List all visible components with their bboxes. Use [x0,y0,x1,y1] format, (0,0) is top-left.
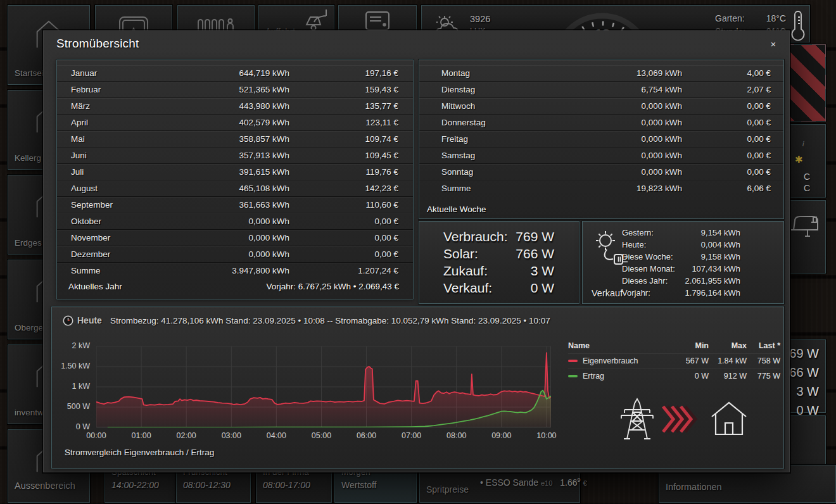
fuel-currency: € [583,479,586,487]
live-power-row: Solar:766 W [443,245,554,262]
temp1-value: 18°C [766,13,786,23]
sidebar-item-label: inventw [15,408,44,417]
sell-value: 1.796,164 kWh [685,287,740,299]
table-row: Juli391,615 kWh119,76 € [57,164,413,180]
tab-heute[interactable]: Heute [77,315,102,325]
row-kwh-value: 0,000 kWh [185,213,289,229]
row-kwh-value: 0,000 kWh [568,131,682,147]
flow-chevrons-icon [661,405,699,433]
chart-caption: Stromvergleich Eigenverbrauch / Ertrag [65,448,214,457]
at-work-time: 08:00-17:00 [263,480,310,490]
row-eur-value: 142,23 € [289,180,413,196]
sell-icon-label: Verkauf [592,288,623,298]
legend-row[interactable]: Eigenverbrauch567 W1.84 kW758 W [568,353,780,369]
table-row: Mai358,857 kWh109,74 € [57,131,413,148]
monthly-footer: Aktuelles Jahr Vorjahr: 6.767,25 kWh • 2… [68,282,399,291]
live-power-row: Zukauf:3 W [443,262,554,279]
table-row: September361,663 kWh110,60 € [57,197,413,213]
sidebar-item-label: Kellerg [15,153,41,163]
row-eur-value: 197,16 € [289,65,413,81]
sell-value: 9,154 kWh [701,227,740,239]
stromuebersicht-dialog: Stromübersicht × Januar644,719 kWh197,16… [43,30,790,472]
row-label: Sonntag [419,164,568,180]
table-row: Februar521,365 kWh159,43 € [57,82,413,98]
informationen-label: Informationen [666,482,722,492]
table-row: Sonntag0,000 kWh0,00 € [419,164,783,180]
sidebar-item-label: Startsei [15,68,44,78]
clock-small-icon [63,315,73,326]
x-tick-label: 09:00 [484,431,519,440]
close-icon[interactable]: × [765,37,782,51]
row-label: Juni [57,148,185,163]
row-eur-value: 2,07 € [682,82,783,98]
row-label: Summe [419,180,568,196]
row-kwh-value: 0,000 kWh [568,115,682,130]
sell-stat-row: Vorjahr:1.796,164 kWh [622,287,740,299]
sell-value: 9,158 kWh [701,251,740,263]
live-power-row: Verkauf:0 W [443,279,554,296]
sidebar-item-label: Oberge [15,323,43,332]
power-timeseries-plot[interactable] [96,346,551,427]
x-tick-label: 06:00 [349,431,384,440]
legend-header-name: Name [568,339,677,353]
sell-stat-row: Dieses Jahr:2.061,955 kWh [622,275,740,287]
sell-stat-row: Diesen Monat:107,434 kWh [622,263,740,275]
legend-color-swatch [568,360,578,362]
row-kwh-value: 521,365 kWh [185,82,289,98]
legend-max: 1.84 kW [709,354,747,369]
table-row: November0,000 kWh0,00 € [57,230,413,246]
shift-late-time: 14:00-22:00 [111,480,159,490]
fuel-bullet: • [480,477,483,488]
thermometer-icon [788,9,807,42]
row-eur-value: 0,00 € [289,246,413,262]
sell-value: 107,434 kWh [692,263,740,275]
chart-meter-readings: Strombezug: 41.278,106 kWh Stand: 23.09.… [110,316,550,325]
sell-label: Diese Woche: [622,251,673,263]
row-kwh-value: 357,913 kWh [185,148,289,163]
row-label: Mittwoch [419,98,568,114]
fuel-type: e10 [541,479,552,487]
info-glyph: i [802,140,804,148]
sell-stats-panel: Verkauf Gestern:9,154 kWhHeute:0,004 kWh… [582,221,784,304]
row-label: Mai [57,131,185,147]
monthly-table-panel: Januar644,719 kWh197,16 €Februar521,365 … [56,60,414,299]
row-eur-value: 1.207,24 € [289,263,413,279]
x-tick-label: 05:00 [303,431,339,440]
row-eur-value: 0,00 € [682,98,783,114]
live-power-row: Verbrauch:769 W [443,228,554,245]
house-consumer-icon [709,399,749,438]
sell-stat-row: Diese Woche:9,158 kWh [622,251,740,263]
row-kwh-value: 3.947,800 kWh [185,263,289,279]
row-eur-value: 6,06 € [682,180,783,196]
chart-legend: NameMinMaxLast *Eigenverbrauch567 W1.84 … [568,339,780,384]
table-row: Freitag0,000 kWh0,00 € [419,131,783,148]
chart-panel: Heute Strombezug: 41.278,106 kWh Stand: … [51,306,784,469]
monthly-footer-right: Vorjahr: 6.767,25 kWh • 2.069,43 € [266,282,399,291]
dashboard-screen: Auffahrt 3926 LUX [0,0,836,504]
row-kwh-value: 465,108 kWh [185,180,289,196]
legend-header-min: Min [677,339,709,353]
lux-value: 3926 [470,14,490,24]
row-kwh-value: 644,719 kWh [185,65,289,81]
live-value: 766 W [516,245,554,262]
y-tick-label: 2 kW [52,341,90,350]
temp1-label: Garten: [715,13,745,23]
sell-stat-row: Heute:0,004 kWh [622,239,740,251]
x-tick-label: 10:00 [529,431,564,440]
row-label: Juli [57,164,185,180]
weekly-table-panel: Montag13,069 kWh4,00 €Dienstag6,754 kWh2… [419,60,784,219]
legend-max: 912 W [709,369,747,384]
x-tick-label: 03:00 [213,431,249,440]
row-label: September [57,197,185,213]
fuel-entry: • ESSO Sande e10 1.669 € [480,477,587,488]
table-row: Summe19,823 kWh6,06 € [419,180,783,196]
monthly-footer-left: Aktuelles Jahr [68,282,122,291]
table-row: Montag13,069 kWh4,00 € [419,65,783,82]
live-label: Verkauf: [443,279,492,296]
row-kwh-value: 6,754 kWh [568,82,682,98]
row-eur-value: 0,00 € [682,131,783,147]
table-row: Samstag0,000 kWh0,00 € [419,148,783,164]
live-power-rows: Verbrauch:769 WSolar:766 WZukauf:3 WVerk… [443,228,554,296]
legend-row[interactable]: Ertrag0 W912 W775 W [568,369,780,384]
power-pylon-icon [618,397,657,441]
